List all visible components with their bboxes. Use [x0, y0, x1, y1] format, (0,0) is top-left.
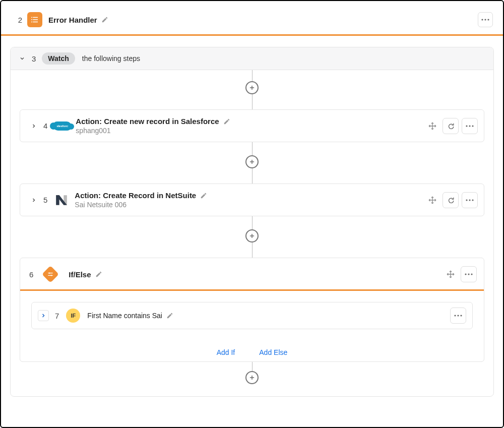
watch-body: 4 salesforce Action: Create new record i…: [11, 70, 493, 396]
watch-description: the following steps: [82, 54, 140, 63]
svg-point-29: [468, 273, 469, 275]
chevron-down-icon[interactable]: [18, 55, 27, 62]
edit-icon[interactable]: [95, 271, 102, 278]
svg-point-28: [465, 273, 466, 275]
edit-icon[interactable]: [223, 118, 230, 125]
svg-point-12: [469, 125, 470, 127]
step-title: Action: Create new record in Salesforce: [76, 117, 219, 126]
if-badge: IF: [66, 309, 80, 323]
more-button[interactable]: [450, 308, 466, 324]
add-step-button[interactable]: [245, 155, 259, 168]
more-button[interactable]: [461, 266, 477, 282]
chevron-right-icon[interactable]: [29, 123, 38, 129]
svg-point-19: [466, 199, 467, 201]
svg-point-11: [466, 125, 467, 127]
more-button[interactable]: [478, 12, 493, 27]
if-condition-row[interactable]: 7 IF First Name contains Sai: [31, 302, 473, 329]
connector: [20, 70, 484, 109]
connector: [20, 142, 484, 184]
more-button[interactable]: [462, 192, 478, 208]
step-subtitle: Sai Netsuite 006: [75, 201, 207, 209]
svg-point-31: [454, 315, 456, 316]
step-card-salesforce[interactable]: 4 salesforce Action: Create new record i…: [20, 109, 484, 142]
svg-point-8: [487, 19, 489, 20]
svg-point-26: [49, 273, 50, 274]
add-if-button[interactable]: Add If: [217, 348, 235, 356]
watch-block: 3 Watch the following steps 4 salesfo: [10, 47, 494, 397]
svg-point-21: [472, 199, 473, 201]
more-button[interactable]: [462, 118, 478, 134]
add-step-button[interactable]: [245, 81, 259, 94]
svg-point-30: [471, 273, 472, 275]
move-icon[interactable]: [425, 193, 439, 207]
chevron-right-icon[interactable]: [29, 197, 38, 203]
orange-divider: [1, 34, 503, 36]
step-title: Action: Create Record in NetSuite: [75, 191, 196, 200]
step-card-netsuite[interactable]: 5 Action: Create Record in NetSuite Sai …: [20, 184, 484, 216]
step-number: 6: [29, 270, 33, 279]
watch-header[interactable]: 3 Watch the following steps: [11, 47, 493, 70]
connector: [20, 216, 484, 258]
step-number: 7: [55, 312, 59, 320]
workflow-canvas: 2 Error Handler 3 Watch the following st…: [0, 0, 504, 428]
svg-point-32: [457, 315, 459, 316]
svg-point-20: [469, 199, 470, 201]
step-subtitle: sphang001: [76, 127, 230, 135]
netsuite-icon: [54, 193, 69, 207]
edit-icon[interactable]: [200, 192, 207, 199]
connector: [20, 362, 484, 384]
ifelse-block: 6 If/Else: [20, 258, 484, 362]
svg-point-5: [31, 22, 32, 23]
redo-icon[interactable]: [443, 192, 459, 208]
edit-icon[interactable]: [166, 312, 173, 319]
add-step-button[interactable]: [245, 371, 259, 384]
salesforce-icon: salesforce: [54, 118, 70, 134]
move-icon[interactable]: [444, 267, 458, 281]
if-condition-text: First Name contains Sai: [87, 312, 162, 320]
watch-badge: Watch: [42, 52, 75, 65]
redo-icon[interactable]: [443, 118, 459, 134]
ifelse-icon: [42, 266, 59, 283]
if-branch-area: 7 IF First Name contains Sai: [20, 291, 484, 334]
ifelse-title: If/Else: [69, 270, 91, 279]
step-number: 5: [43, 196, 47, 204]
block-title: Error Handler: [48, 16, 97, 24]
move-icon[interactable]: [425, 119, 439, 133]
svg-point-7: [484, 19, 486, 20]
chevron-right-icon[interactable]: [38, 310, 49, 321]
svg-point-3: [31, 19, 32, 20]
svg-point-1: [31, 17, 32, 18]
step-text: Action: Create new record in Salesforce …: [76, 117, 230, 135]
svg-point-27: [51, 275, 52, 276]
error-handler-header: 2 Error Handler: [6, 5, 498, 34]
step-number: 2: [11, 16, 22, 24]
step-number: 4: [43, 121, 47, 130]
add-else-button[interactable]: Add Else: [259, 348, 287, 356]
add-step-button[interactable]: [245, 229, 259, 242]
svg-point-33: [460, 315, 462, 316]
ifelse-header: 6 If/Else: [20, 258, 484, 289]
step-number: 3: [32, 54, 36, 63]
ifelse-footer: Add If Add Else: [20, 334, 484, 361]
step-text: Action: Create Record in NetSuite Sai Ne…: [75, 191, 207, 209]
edit-icon[interactable]: [101, 16, 108, 23]
error-handler-icon: [27, 12, 42, 27]
svg-point-13: [472, 125, 473, 127]
svg-point-6: [481, 19, 483, 20]
